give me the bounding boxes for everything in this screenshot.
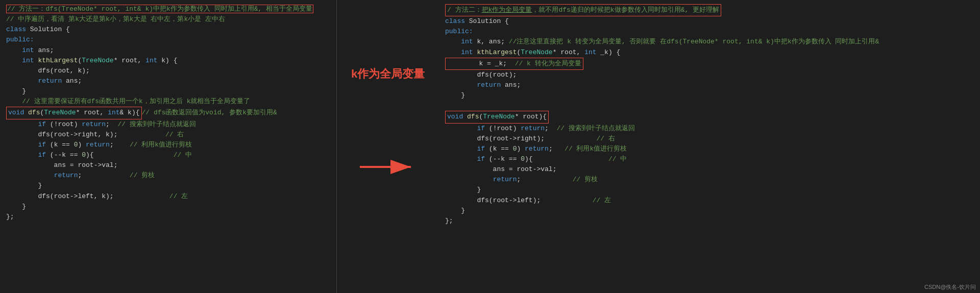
main-container: // 方法一：dfs(TreeNode* root, int& k)中把k作为参… — [0, 0, 980, 293]
arrow-container — [357, 154, 419, 180]
middle-area: k作为全局变量 — [337, 0, 439, 293]
left-comment1: // 方法一：dfs(TreeNode* root, int& k)中把k作为参… — [7, 5, 312, 13]
left-void-dfs-box: void dfs(TreeNode* root, int& k){ — [6, 107, 142, 119]
left-panel: // 方法一：dfs(TreeNode* root, int& k)中把k作为参… — [0, 0, 337, 293]
right-k-assign-box: k = _k; // k 转化为全局变量 — [445, 58, 583, 70]
right-code: / 方法二：把k作为全局变量，就不用dfs递归的时候把k做参数传入同时加引用&,… — [445, 4, 974, 226]
center-label: k作为全局变量 — [351, 66, 425, 82]
watermark: CSDN@佚名-饮片问 — [924, 283, 976, 291]
left-code: // 方法一：dfs(TreeNode* root, int& k)中把k作为参… — [6, 4, 330, 222]
arrow-icon — [357, 154, 419, 180]
right-comment1-box: / 方法二：把k作为全局变量，就不用dfs递归的时候把k做参数传入同时加引用&,… — [445, 4, 721, 16]
right-void-dfs-box: void dfs(TreeNode* root){ — [445, 111, 549, 123]
right-panel: / 方法二：把k作为全局变量，就不用dfs递归的时候把k做参数传入同时加引用&,… — [439, 0, 980, 293]
left-comment2: // 中序遍历，看清 第k大还是第k小，第k大是 右中左，第k小是 左中右 — [6, 15, 225, 23]
